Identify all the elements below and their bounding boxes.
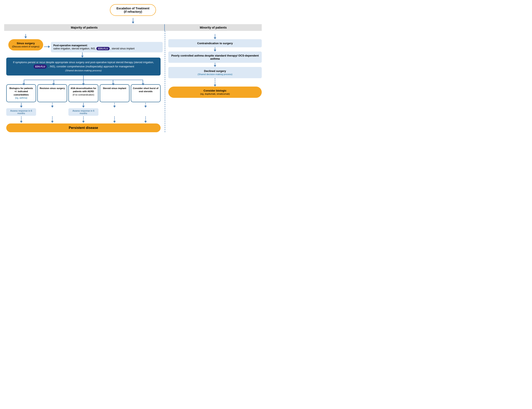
dashed-head-5 xyxy=(144,106,147,108)
assess-box-1: Assess response in 6 months xyxy=(6,108,36,116)
top-arrow-container xyxy=(4,18,262,24)
treatment-options-row: Biologics for patients +/- indicated com… xyxy=(6,84,161,102)
bot-dashed-3 xyxy=(82,116,85,123)
sinus-surgery-title: Sinus surgery xyxy=(17,42,35,45)
treatment-biologics: Biologics for patients +/- indicated com… xyxy=(6,84,36,102)
bot-dashed-head-4 xyxy=(113,121,116,123)
blue-box-sub: (Shared decision-making process) xyxy=(65,69,102,72)
bracket-drop-3 xyxy=(83,80,84,84)
right-top-arrow-head xyxy=(214,37,216,39)
asthma-box: Poorly controlled asthma despite standar… xyxy=(168,52,262,63)
bot-dashed-5 xyxy=(144,116,147,123)
asa-title: ASA desensitization for patients with AE… xyxy=(71,87,96,93)
right-arrow-2-head xyxy=(214,65,216,67)
consider-biologic-box: Consider biologic (eg, dupilumab, omaliz… xyxy=(168,87,262,98)
right-column: Contraindication to surgery Poorly contr… xyxy=(165,31,262,132)
sinus-surgery-box: Sinus surgery (Discuss extent of surgery… xyxy=(8,39,43,50)
treatment-steroid-implant: Steroid sinus implant xyxy=(100,84,129,102)
right-top-arrow-container xyxy=(168,34,262,39)
bot-col-5 xyxy=(131,116,161,123)
solid-line-3 xyxy=(83,103,84,106)
declined-title: Declined surgery xyxy=(204,69,226,73)
postop-title: Post-operative management: xyxy=(53,44,88,47)
assess-row: Assess response in 6 months Assess respo… xyxy=(6,108,161,116)
dashed-arrow-2 xyxy=(51,103,54,108)
revision-title: Revision sinus surgery xyxy=(40,87,65,90)
diagram: Escalation of Treatment (if refractory) … xyxy=(4,4,262,200)
bot-dashed-head-5 xyxy=(144,121,147,123)
right-arrow-2-line xyxy=(215,63,215,65)
h-arrow-to-postop xyxy=(44,46,50,48)
minority-header: Minority of patients xyxy=(165,24,262,31)
treatment-oral-steroids: Consider short burst of oral steroids xyxy=(131,84,161,102)
minority-label: Minority of patients xyxy=(200,26,227,29)
bot-dashed-1 xyxy=(20,116,23,123)
assess-col-4-empty xyxy=(100,108,129,116)
right-arrow-1 xyxy=(214,47,216,52)
treatment-revision: Revision sinus surgery xyxy=(37,84,67,102)
bot-dashed-4 xyxy=(113,116,116,123)
dashed-line-2 xyxy=(52,103,53,106)
two-col-layout: Sinus surgery (Discuss extent of surgery… xyxy=(4,31,262,132)
assess-col-3: Assess response in 6 months xyxy=(68,108,98,116)
to-blue-line xyxy=(82,52,83,56)
top-arrow-head xyxy=(132,22,134,24)
postop-eds-pill: EDS-FLU xyxy=(96,47,110,50)
right-arrow-1-container xyxy=(168,47,262,52)
h-arrow-head xyxy=(48,46,50,48)
right-arrow-2-container xyxy=(168,63,262,67)
contraindication-box: Contraindication to surgery xyxy=(168,39,262,47)
escalation-box: Escalation of Treatment (if refractory) xyxy=(110,4,156,16)
right-dashed-arrow-container xyxy=(168,78,262,87)
right-arrow-1-line xyxy=(215,47,215,50)
bot-col-3 xyxy=(68,116,98,123)
bracket-arrowhead-4 xyxy=(112,84,114,85)
bot-col-4 xyxy=(100,116,129,123)
solid-line-1 xyxy=(21,103,21,106)
assess-col-1: Assess response in 6 months xyxy=(6,108,36,116)
to-blue-arrow xyxy=(81,52,84,57)
solid-head-3 xyxy=(82,106,85,108)
bracket-drop-5 xyxy=(143,80,143,84)
biologics-sub: (eg, asthma) xyxy=(15,97,27,99)
dashed-head-2 xyxy=(51,106,54,108)
asthma-title: Poorly controlled asthma despite standar… xyxy=(171,54,259,60)
dashed-line-4 xyxy=(114,103,115,106)
bracket-vert-line xyxy=(83,75,84,80)
majority-header: Majority of patients xyxy=(4,24,165,31)
right-dashed-line xyxy=(215,78,215,85)
treatment-arrows-row xyxy=(6,102,161,108)
bot-dashed-line-5 xyxy=(145,116,146,121)
postop-text2: , steroid sinus implant xyxy=(110,47,135,50)
dashed-line-5 xyxy=(145,103,146,106)
bot-dashed-line-1 xyxy=(21,116,21,121)
arrow-col-5 xyxy=(131,102,161,108)
consider-biologic-title: Consider biologic xyxy=(203,89,227,92)
biologics-title: Biologics for patients +/- indicated com… xyxy=(9,87,33,96)
arrow-col-2 xyxy=(37,102,67,108)
blue-main-box: If symptoms persist or recur despite app… xyxy=(6,57,161,75)
bracket-container xyxy=(6,75,161,84)
right-dashed-arrow xyxy=(214,78,216,87)
bracket-arrowhead-2 xyxy=(52,84,55,85)
persistent-disease-box: Persistent disease xyxy=(6,123,161,132)
bracket-arrowhead-1 xyxy=(23,84,25,85)
top-h-line-row: Majority of patients Minority of patient… xyxy=(4,24,262,31)
escalation-line2: (if refractory) xyxy=(124,10,142,13)
bot-dashed-line-3 xyxy=(83,116,84,121)
top-arrow-line xyxy=(133,18,133,22)
bot-dashed-line-4 xyxy=(114,116,115,121)
assess-text-1: Assess response in 6 months xyxy=(10,110,32,114)
declined-sub: (Shared decision-making process) xyxy=(198,73,232,75)
persistent-label: Persistent disease xyxy=(69,126,98,130)
bot-dashed-head-1 xyxy=(20,121,23,123)
escalation-line1: Escalation of Treatment xyxy=(117,7,149,10)
bot-dashed-head-2 xyxy=(51,121,54,123)
to-blue-head xyxy=(81,56,84,57)
surgery-arrow-line xyxy=(26,34,26,37)
bracket-drop-4 xyxy=(113,80,113,84)
arrow-col-4 xyxy=(100,102,129,108)
assess-col-2-empty xyxy=(37,108,67,116)
bot-dashed-2 xyxy=(51,116,54,123)
assess-box-3: Assess response in 6 months xyxy=(68,108,98,116)
